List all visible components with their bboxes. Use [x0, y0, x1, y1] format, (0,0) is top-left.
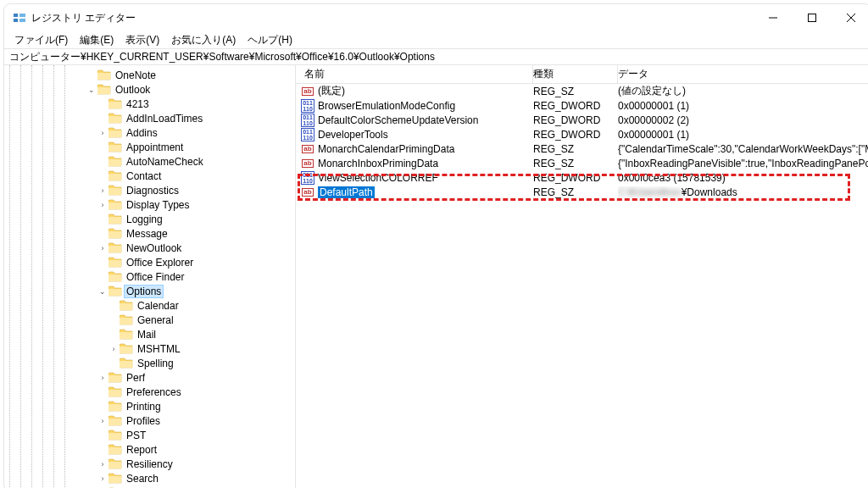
tree-item[interactable]: Mail [9, 327, 295, 341]
tree-label[interactable]: Perf [125, 372, 147, 384]
tree-label[interactable]: Report [125, 444, 159, 456]
col-data[interactable]: データ [618, 65, 868, 83]
tree-label[interactable]: General [136, 314, 175, 326]
maximize-button[interactable] [793, 4, 832, 31]
tree-item[interactable]: ›MSHTML [9, 341, 295, 356]
chevron-down-icon[interactable]: ⌄ [86, 86, 97, 94]
list-body[interactable]: ab(既定)REG_SZ(値の設定なし)011110BrowserEmulati… [296, 84, 868, 488]
titlebar[interactable]: レジストリ エディター [4, 4, 868, 31]
tree-item[interactable]: Office Explorer [9, 255, 295, 269]
tree-label[interactable]: Calendar [136, 300, 181, 312]
chevron-right-icon[interactable]: › [108, 345, 119, 353]
tree-label[interactable]: AutoNameCheck [125, 156, 205, 168]
tree-item[interactable]: ›Addins [9, 125, 295, 140]
folder-icon [108, 156, 122, 168]
tree-item[interactable]: Calendar [9, 298, 295, 313]
col-type[interactable]: 種類 [533, 65, 618, 83]
tree-label[interactable]: Resiliency [125, 458, 175, 470]
tree-label[interactable]: Appointment [125, 141, 185, 153]
tree-item[interactable]: Logging [9, 212, 295, 226]
value-name: MonarchInboxPrimingData [318, 158, 533, 169]
tree-label[interactable]: Contact [125, 170, 163, 182]
tree-item[interactable]: Contact [9, 169, 295, 183]
tree-pane[interactable]: OneNote⌄Outlook4213AddInLoadTimes›Addins… [4, 65, 296, 488]
tree-label[interactable]: Diagnostics [125, 185, 181, 197]
tree-label[interactable]: OneNote [114, 69, 158, 81]
tree-label[interactable]: AddInLoadTimes [125, 113, 204, 125]
reg-dword-icon: 011110 [301, 172, 314, 184]
tree-label[interactable]: Outlook [114, 84, 152, 96]
tree-label[interactable]: Mail [136, 329, 158, 341]
folder-icon [108, 98, 122, 110]
tree-item[interactable]: ⌄Options [9, 284, 295, 298]
tree-label[interactable]: NewOutlook [125, 242, 183, 254]
value-row[interactable]: 011110DefaultColorSchemeUpdateVersionREG… [296, 113, 868, 127]
tree-item[interactable]: ⌄Outlook [9, 82, 295, 97]
menu-edit[interactable]: 編集(E) [75, 32, 119, 48]
value-row[interactable]: 011110BrowserEmulationModeConfigREG_DWOR… [296, 98, 868, 113]
tree-label[interactable]: Preferences [125, 386, 183, 398]
close-button[interactable] [832, 4, 868, 31]
tree-item[interactable]: ›Display Types [9, 197, 295, 212]
tree-item[interactable]: AddInLoadTimes [9, 111, 295, 125]
address-bar[interactable]: コンピューター¥HKEY_CURRENT_USER¥Software¥Micro… [4, 48, 868, 65]
tree-item[interactable]: AutoNameCheck [9, 154, 295, 169]
menu-help[interactable]: ヘルプ(H) [242, 32, 298, 48]
tree-item[interactable]: Message [9, 226, 295, 241]
tree-item[interactable]: Office Finder [9, 269, 295, 284]
value-row[interactable]: abMonarchInboxPrimingDataREG_SZ{"InboxRe… [296, 156, 868, 170]
value-row[interactable]: 011110ViewSelectionCOLORREFREG_DWORD0x00… [296, 170, 868, 185]
tree-item[interactable]: Printing [9, 399, 295, 413]
tree-item[interactable]: Spelling [9, 356, 295, 370]
menu-view[interactable]: 表示(V) [120, 32, 164, 48]
tree-item[interactable]: Report [9, 442, 295, 457]
tree-label[interactable]: Search [125, 473, 160, 485]
chevron-right-icon[interactable]: › [97, 244, 108, 252]
tree-label[interactable]: MSHTML [136, 343, 182, 355]
tree-label[interactable]: Logging [125, 214, 164, 225]
menu-file[interactable]: ファイル(F) [9, 32, 73, 48]
chevron-right-icon[interactable]: › [97, 474, 108, 483]
regedit-window: レジストリ エディター ファイル(F) 編集(E) 表示(V) お気に入り(A)… [3, 3, 868, 488]
chevron-down-icon[interactable]: ⌄ [97, 287, 108, 296]
chevron-right-icon[interactable]: › [97, 417, 108, 425]
tree-item[interactable]: PST [9, 428, 295, 442]
tree-label[interactable]: Spelling [136, 358, 175, 369]
value-row[interactable]: abDefaultPathREG_SZC:¥Users¥xxx¥Download… [296, 185, 868, 199]
tree-item[interactable]: 4213 [9, 97, 295, 111]
tree-item[interactable]: ›Perf [9, 370, 295, 385]
value-row[interactable]: abMonarchCalendarPrimingDataREG_SZ{"Cale… [296, 141, 868, 156]
tree-item[interactable]: ›NewOutlook [9, 241, 295, 255]
tree-label[interactable]: Office Explorer [125, 257, 195, 269]
list-header[interactable]: 名前 種類 データ [296, 65, 868, 84]
menu-favorites[interactable]: お気に入り(A) [166, 32, 241, 48]
tree-label[interactable]: Addins [125, 127, 159, 139]
tree-item[interactable]: ›Resiliency [9, 457, 295, 471]
chevron-right-icon[interactable]: › [97, 460, 108, 469]
tree-label[interactable]: Profiles [125, 415, 162, 427]
tree-item[interactable]: General [9, 313, 295, 327]
tree-label[interactable]: Display Types [125, 199, 191, 211]
tree-label[interactable]: Printing [125, 401, 163, 413]
value-type: REG_DWORD [533, 172, 618, 184]
tree-label[interactable]: Office Finder [125, 271, 186, 283]
tree-label[interactable]: 4213 [125, 98, 151, 110]
tree-item[interactable]: Preferences [9, 385, 295, 399]
tree-item[interactable]: Appointment [9, 140, 295, 154]
col-name[interactable]: 名前 [296, 65, 533, 83]
tree-item[interactable]: ›Diagnostics [9, 183, 295, 197]
chevron-right-icon[interactable]: › [97, 186, 108, 195]
tree-label[interactable]: Message [125, 228, 170, 240]
minimize-button[interactable] [754, 4, 793, 31]
tree-label[interactable]: Options [125, 286, 163, 297]
tree-label[interactable]: PST [125, 430, 147, 441]
chevron-right-icon[interactable]: › [97, 374, 108, 382]
chevron-right-icon[interactable]: › [97, 129, 108, 137]
list-pane: 名前 種類 データ ab(既定)REG_SZ(値の設定なし)011110Brow… [296, 65, 868, 488]
value-row[interactable]: ab(既定)REG_SZ(値の設定なし) [296, 84, 868, 98]
tree-item[interactable]: ›Profiles [9, 413, 295, 428]
value-row[interactable]: 011110DeveloperToolsREG_DWORD0x00000001 … [296, 127, 868, 141]
tree-item[interactable]: OneNote [9, 68, 295, 82]
tree-item[interactable]: ›Search [9, 471, 295, 485]
chevron-right-icon[interactable]: › [97, 201, 108, 209]
